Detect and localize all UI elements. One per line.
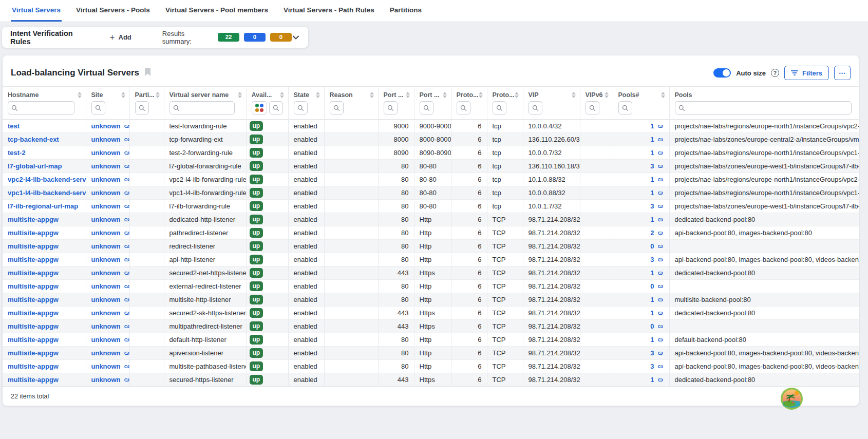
table-row[interactable]: l7-ilb-regional-url-map unknown l7-ilb-f…: [3, 200, 859, 213]
site-link[interactable]: unknown: [91, 269, 130, 277]
sort-icon[interactable]: [238, 92, 242, 98]
column-filter-button[interactable]: [586, 101, 599, 114]
hostname-link[interactable]: multisite-appgw: [8, 322, 59, 330]
column-filter-input[interactable]: [675, 101, 852, 114]
site-link[interactable]: unknown: [91, 122, 130, 130]
column-header-partition[interactable]: Parti...: [129, 87, 164, 100]
more-actions-button[interactable]: ⋯: [834, 66, 851, 80]
column-filter-button[interactable]: [420, 101, 433, 114]
sort-icon[interactable]: [572, 92, 576, 98]
column-filter-input[interactable]: [8, 101, 74, 114]
pools-count-link[interactable]: 3: [650, 349, 664, 357]
column-header-pools_count[interactable]: Pools#: [613, 87, 669, 100]
column-header-port[interactable]: Port ...: [378, 87, 414, 100]
column-filter-button[interactable]: [384, 101, 398, 114]
table-row[interactable]: vpc1-l4-ilb-backend-service unknown vpc1…: [3, 186, 859, 200]
table-row[interactable]: multisite-appgw unknown secured2-sk-http…: [3, 307, 859, 320]
site-link[interactable]: unknown: [91, 202, 130, 210]
table-row[interactable]: multisite-appgw unknown multisite-http-l…: [3, 293, 859, 307]
table-row[interactable]: multisite-appgw unknown redirect-listene…: [3, 240, 859, 253]
pools-count-link[interactable]: 1: [650, 122, 664, 130]
hostname-link[interactable]: vpc1-l4-ilb-backend-service: [8, 189, 86, 197]
table-row[interactable]: multisite-appgw unknown dedicated-http-l…: [3, 213, 859, 226]
sort-icon[interactable]: [406, 92, 410, 98]
column-header-avail[interactable]: Avail...: [246, 87, 288, 100]
help-icon[interactable]: ?: [771, 69, 779, 77]
pools-count-link[interactable]: 1: [650, 149, 664, 157]
column-filter-button[interactable]: [457, 101, 470, 114]
table-row[interactable]: l7-global-url-map unknown l7-global-forw…: [3, 160, 859, 173]
filters-button[interactable]: Filters: [784, 66, 829, 80]
hostname-link[interactable]: multisite-appgw: [8, 336, 59, 343]
column-header-hostname[interactable]: Hostname: [3, 87, 86, 100]
column-filter-button[interactable]: [529, 101, 542, 114]
column-filter-button[interactable]: [269, 101, 283, 114]
beach-extension-icon[interactable]: [780, 387, 803, 410]
tab-virtual-servers-pool-members[interactable]: Virtual Servers - Pool members: [164, 0, 269, 22]
hostname-link[interactable]: vpc2-l4-ilb-backend-service: [8, 176, 86, 183]
site-link[interactable]: unknown: [91, 282, 130, 290]
sort-icon[interactable]: [280, 92, 284, 98]
column-filter-button[interactable]: [135, 101, 149, 114]
add-rule-button[interactable]: + Add: [110, 33, 131, 42]
pools-count-link[interactable]: 1: [650, 309, 664, 317]
table-row[interactable]: multisite-appgw unknown pathredirect-lis…: [3, 226, 859, 240]
table-row[interactable]: multisite-appgw unknown api-http-listene…: [3, 253, 859, 266]
sort-icon[interactable]: [78, 92, 82, 98]
pools-count-link[interactable]: 1: [650, 176, 664, 183]
sort-icon[interactable]: [605, 92, 609, 98]
table-row[interactable]: vpc2-l4-ilb-backend-service unknown vpc2…: [3, 173, 859, 186]
tab-virtual-servers[interactable]: Virtual Servers: [11, 0, 62, 22]
table-row[interactable]: tcp-backend-ext unknown tcp-forwarding-e…: [3, 133, 859, 146]
hostname-link[interactable]: multisite-appgw: [8, 269, 59, 277]
column-header-proto_num[interactable]: Proto...: [451, 87, 487, 100]
pools-count-link[interactable]: 2: [650, 229, 664, 237]
pools-count-link[interactable]: 3: [650, 256, 664, 263]
sort-icon[interactable]: [443, 92, 447, 98]
column-filter-button[interactable]: [91, 101, 105, 114]
sort-icon[interactable]: [479, 92, 483, 98]
column-header-proto_name[interactable]: Proto...: [487, 87, 523, 100]
site-link[interactable]: unknown: [91, 376, 130, 384]
pools-count-link[interactable]: 1: [650, 136, 664, 143]
column-filter-input[interactable]: [169, 101, 235, 114]
auto-size-toggle[interactable]: [713, 68, 731, 78]
hostname-link[interactable]: test-2: [8, 149, 26, 157]
pools-count-link[interactable]: 3: [650, 362, 664, 370]
hostname-link[interactable]: multisite-appgw: [8, 256, 59, 263]
column-header-site[interactable]: Site: [86, 87, 129, 100]
pools-count-link[interactable]: 1: [650, 336, 664, 343]
hostname-link[interactable]: multisite-appgw: [8, 376, 59, 384]
tab-virtual-servers-path-rules[interactable]: Virtual Servers - Path Rules: [282, 0, 375, 22]
column-header-state[interactable]: State: [288, 87, 324, 100]
hostname-link[interactable]: l7-ilb-regional-url-map: [8, 202, 78, 210]
column-header-vs_name[interactable]: Virtual server name: [164, 87, 246, 100]
tab-virtual-servers-pools[interactable]: Virtual Servers - Pools: [75, 0, 151, 22]
sort-icon[interactable]: [156, 92, 160, 98]
hostname-link[interactable]: multisite-appgw: [8, 216, 59, 223]
column-filter-button[interactable]: [294, 101, 308, 114]
site-link[interactable]: unknown: [91, 309, 130, 317]
pools-count-link[interactable]: 3: [650, 162, 664, 170]
column-header-vipv6[interactable]: VIPv6: [580, 87, 613, 100]
site-link[interactable]: unknown: [91, 149, 130, 157]
column-filter-button[interactable]: [330, 101, 344, 114]
hostname-link[interactable]: multisite-appgw: [8, 309, 59, 317]
site-link[interactable]: unknown: [91, 162, 130, 170]
column-header-port_range[interactable]: Port ...: [414, 87, 451, 100]
hostname-link[interactable]: multisite-appgw: [8, 242, 59, 250]
hostname-link[interactable]: test: [8, 122, 20, 130]
summary-badge-info[interactable]: 0: [244, 33, 266, 42]
table-row[interactable]: multisite-appgw unknown default-http-lis…: [3, 333, 859, 347]
pools-count-link[interactable]: 1: [650, 269, 664, 277]
sort-icon[interactable]: [121, 92, 125, 98]
site-link[interactable]: unknown: [91, 336, 130, 343]
pools-count-link[interactable]: 1: [650, 216, 664, 223]
site-link[interactable]: unknown: [91, 362, 130, 370]
summary-badge-passed[interactable]: 22: [218, 33, 239, 42]
column-header-reason[interactable]: Reason: [324, 87, 378, 100]
bookmark-icon[interactable]: [144, 68, 151, 78]
sort-icon[interactable]: [370, 92, 374, 98]
hostname-link[interactable]: multisite-appgw: [8, 282, 59, 290]
pools-count-link[interactable]: 0: [650, 242, 664, 250]
